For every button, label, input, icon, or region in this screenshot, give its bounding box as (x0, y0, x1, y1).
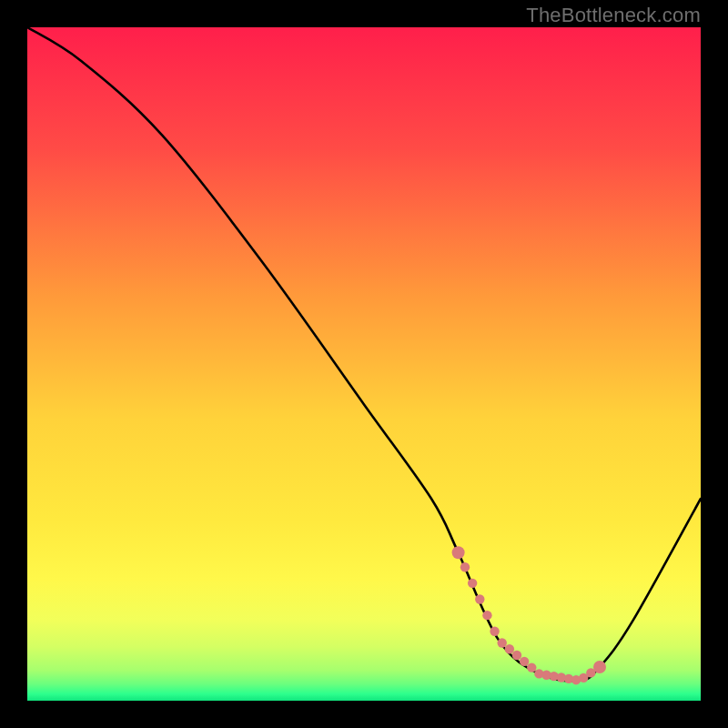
svg-point-1 (452, 546, 465, 559)
svg-point-6 (482, 611, 491, 620)
plot-area (27, 27, 701, 701)
highlight-dots (452, 546, 606, 684)
bottleneck-curve (27, 27, 701, 681)
chart-frame: TheBottleneck.com (0, 0, 728, 728)
svg-point-8 (498, 638, 507, 647)
svg-point-11 (520, 657, 529, 666)
svg-point-4 (468, 579, 477, 588)
svg-point-12 (527, 662, 536, 672)
svg-point-20 (586, 668, 595, 677)
curve-layer (27, 27, 701, 701)
svg-point-7 (490, 627, 499, 636)
watermark-text: TheBottleneck.com (526, 4, 701, 27)
svg-point-5 (475, 594, 484, 603)
svg-point-10 (512, 651, 521, 660)
svg-point-9 (505, 644, 514, 653)
svg-point-3 (460, 562, 470, 571)
